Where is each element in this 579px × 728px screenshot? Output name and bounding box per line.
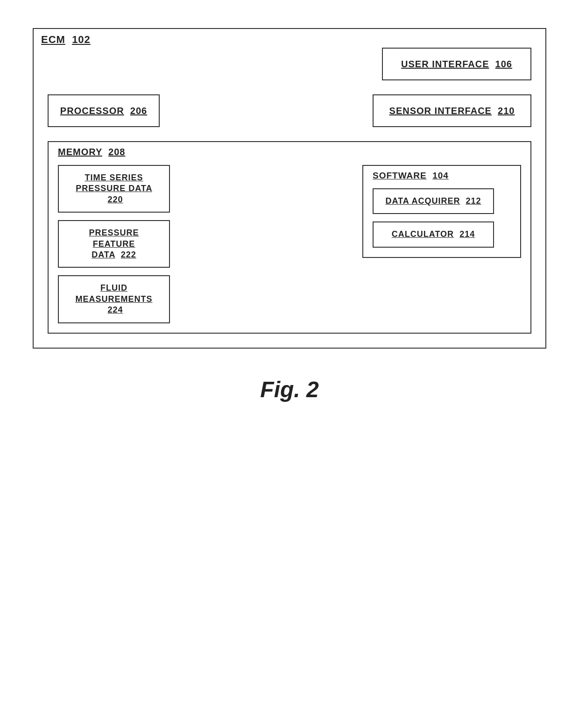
pressure-feature-number: 222 (121, 250, 136, 259)
time-series-number: 220 (107, 195, 123, 204)
figure-caption: Fig. 2 (33, 377, 546, 402)
software-column: SOFTWARE 104 DATA ACQUIRER 212 (184, 165, 521, 258)
memory-items: TIME SERIES PRESSURE DATA 220 PRESSURE F… (58, 165, 170, 323)
software-label: SOFTWARE 104 (373, 171, 511, 181)
fluid-measurements-number: 224 (107, 305, 123, 314)
calculator-label: CALCULATOR 214 (382, 229, 485, 240)
data-acquirer-number: 212 (466, 196, 481, 206)
processor-box: PROCESSOR 206 (48, 94, 160, 127)
middle-row: PROCESSOR 206 SENSOR INTERFACE 210 (48, 94, 531, 127)
sensor-interface-number: 210 (498, 106, 515, 116)
pressure-feature-line2: DATA (92, 250, 115, 259)
user-interface-box: USER INTERFACE 106 (382, 48, 531, 80)
fluid-measurements-box: FLUID MEASUREMENTS 224 (58, 275, 170, 323)
time-series-line2: PRESSURE DATA (76, 184, 152, 193)
sensor-interface-box: SENSOR INTERFACE 210 (373, 94, 531, 127)
data-acquirer-text: DATA ACQUIRER (385, 196, 460, 206)
software-label-text: SOFTWARE (373, 171, 427, 180)
fluid-measurements-label: FLUID MEASUREMENTS 224 (67, 283, 161, 315)
sensor-interface-text: SENSOR INTERFACE (389, 106, 492, 116)
calculator-box: CALCULATOR 214 (373, 221, 494, 247)
software-number: 104 (432, 171, 449, 180)
time-series-box: TIME SERIES PRESSURE DATA 220 (58, 165, 170, 213)
user-interface-text: USER INTERFACE (401, 59, 489, 69)
top-row: USER INTERFACE 106 (48, 48, 531, 80)
figure-caption-text: Fig. 2 (260, 377, 318, 402)
processor-label: PROCESSOR 206 (60, 105, 147, 117)
calculator-text: CALCULATOR (392, 229, 454, 239)
sensor-interface-label: SENSOR INTERFACE 210 (389, 105, 515, 117)
user-interface-label: USER INTERFACE 106 (401, 58, 512, 70)
user-interface-number: 106 (495, 59, 512, 69)
ecm-number: 102 (72, 34, 91, 45)
pressure-feature-label: PRESSURE FEATURE DATA 222 (67, 228, 161, 260)
ecm-label: ECM 102 (41, 34, 91, 46)
lower-inner: TIME SERIES PRESSURE DATA 220 PRESSURE F… (58, 165, 521, 323)
processor-number: 206 (130, 106, 147, 116)
data-acquirer-label: DATA ACQUIRER 212 (382, 196, 485, 207)
memory-label: MEMORY 208 (58, 147, 521, 157)
fluid-measurements-line1: FLUID (100, 283, 127, 293)
pressure-feature-box: PRESSURE FEATURE DATA 222 (58, 220, 170, 268)
time-series-label: TIME SERIES PRESSURE DATA 220 (67, 172, 161, 205)
ecm-box: ECM 102 USER INTERFACE 106 PROCESSOR 206 (33, 28, 546, 349)
memory-number: 208 (108, 147, 125, 157)
data-acquirer-box: DATA ACQUIRER 212 (373, 188, 494, 214)
calculator-number: 214 (459, 229, 475, 239)
processor-text: PROCESSOR (60, 106, 124, 116)
pressure-feature-line1: PRESSURE FEATURE (89, 228, 139, 248)
software-outer-box: SOFTWARE 104 DATA ACQUIRER 212 (362, 165, 521, 258)
ecm-label-text: ECM (41, 34, 65, 45)
time-series-line1: TIME SERIES (85, 173, 143, 182)
software-items: DATA ACQUIRER 212 CALCULATOR 214 (373, 188, 511, 248)
memory-label-text: MEMORY (58, 147, 102, 157)
memory-outer-box: MEMORY 208 TIME SERIES PRESSURE DATA 220 (48, 141, 531, 334)
fluid-measurements-line2: MEASUREMENTS (75, 294, 152, 304)
